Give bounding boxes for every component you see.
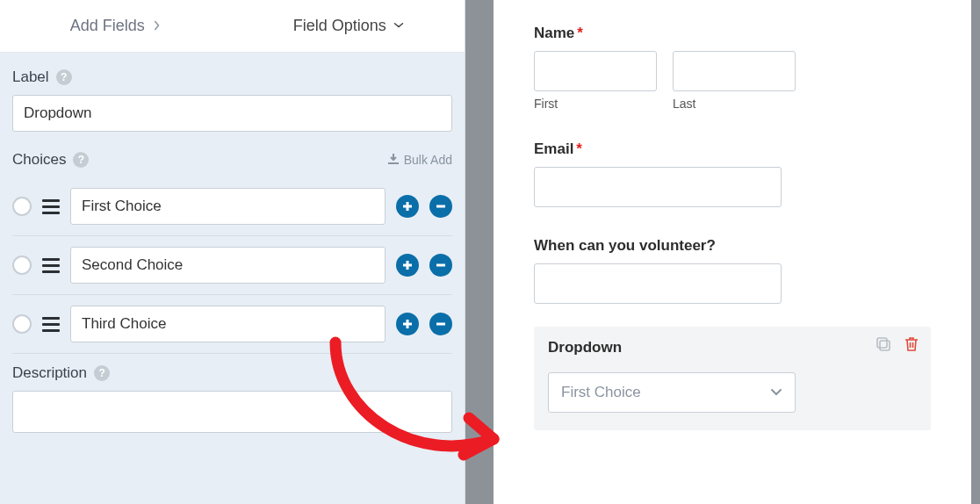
email-field[interactable]: Email*	[534, 140, 931, 207]
chevron-down-icon	[393, 17, 404, 35]
bulk-add-link[interactable]: Bulk Add	[388, 153, 452, 167]
field-label: When can you volunteer?	[534, 237, 931, 255]
default-radio[interactable]	[12, 314, 32, 334]
svg-rect-11	[877, 338, 887, 348]
help-icon[interactable]: ?	[73, 152, 89, 168]
tab-add-fields[interactable]: Add Fields	[0, 0, 233, 53]
help-icon[interactable]: ?	[94, 365, 110, 381]
default-radio[interactable]	[12, 256, 32, 275]
default-radio[interactable]	[12, 197, 32, 216]
tab-label: Add Fields	[70, 17, 145, 35]
selected-dropdown-field[interactable]: Dropdown First Choice	[534, 327, 931, 430]
first-name-input[interactable]	[534, 51, 657, 91]
sidebar-tabs: Add Fields Field Options	[0, 0, 465, 53]
choice-row	[12, 295, 452, 354]
duplicate-icon[interactable]	[875, 335, 892, 356]
drag-handle-icon[interactable]	[42, 258, 60, 273]
trash-icon[interactable]	[903, 335, 920, 356]
dropdown-select[interactable]: First Choice	[548, 372, 796, 413]
choices-title: Choices	[12, 151, 66, 169]
form-preview: Name* First Last Email* When can you vol…	[494, 0, 980, 504]
label-input[interactable]	[12, 95, 452, 132]
email-input[interactable]	[534, 167, 782, 207]
add-choice-button[interactable]	[396, 195, 419, 218]
first-sublabel: First	[534, 97, 657, 111]
choice-row	[12, 177, 452, 236]
label-title: Label	[12, 68, 49, 86]
tab-label: Field Options	[293, 17, 386, 35]
builder-sidebar: Add Fields Field Options Label ?	[0, 0, 465, 504]
add-choice-button[interactable]	[396, 313, 419, 335]
options-panel: Label ? Choices ? Bulk Add	[0, 53, 465, 433]
last-name-input[interactable]	[673, 51, 796, 91]
last-sublabel: Last	[673, 97, 796, 111]
volunteer-input[interactable]	[534, 263, 782, 304]
svg-rect-10	[880, 341, 890, 350]
remove-choice-button[interactable]	[429, 254, 452, 277]
label-heading: Label ?	[12, 68, 452, 86]
remove-choice-button[interactable]	[429, 195, 452, 218]
tab-field-options[interactable]: Field Options	[233, 0, 465, 53]
choice-input[interactable]	[70, 188, 386, 225]
add-choice-button[interactable]	[396, 254, 419, 277]
description-heading: Description ?	[12, 364, 452, 382]
choice-row	[12, 236, 452, 295]
drag-handle-icon[interactable]	[42, 317, 60, 332]
chevron-right-icon	[152, 17, 162, 35]
name-field[interactable]: Name* First Last	[534, 25, 931, 111]
required-asterisk: *	[576, 140, 582, 157]
download-icon	[388, 153, 399, 167]
description-title: Description	[12, 364, 87, 382]
volunteer-field[interactable]: When can you volunteer?	[534, 237, 931, 304]
drag-handle-icon[interactable]	[42, 199, 60, 214]
field-label: Dropdown	[548, 339, 917, 356]
select-value: First Choice	[561, 384, 641, 401]
required-asterisk: *	[577, 25, 583, 41]
chevron-down-icon	[770, 384, 782, 401]
help-icon[interactable]: ?	[56, 69, 72, 85]
field-label: Name*	[534, 25, 931, 42]
choice-input[interactable]	[70, 306, 386, 342]
description-textarea[interactable]	[12, 391, 452, 433]
field-label: Email*	[534, 140, 931, 158]
remove-choice-button[interactable]	[429, 313, 452, 335]
divider-column	[465, 0, 494, 504]
choices-heading-row: Choices ? Bulk Add	[12, 151, 452, 169]
bulk-add-label: Bulk Add	[404, 153, 452, 167]
choice-input[interactable]	[70, 247, 386, 284]
svg-rect-0	[388, 162, 399, 164]
